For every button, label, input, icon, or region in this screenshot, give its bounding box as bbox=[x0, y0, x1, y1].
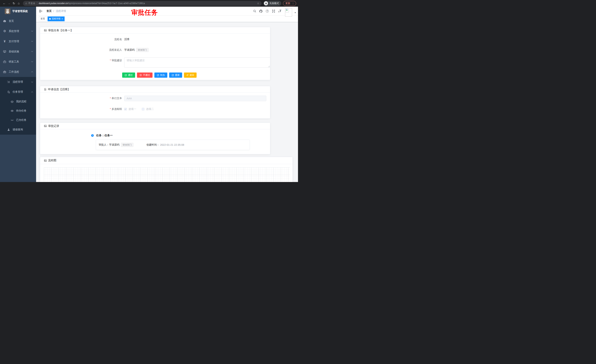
tab-close-icon[interactable]: × bbox=[61, 18, 63, 20]
browser-reload-icon[interactable]: ↻ bbox=[11, 2, 16, 5]
task-title: 任务：任务一 bbox=[96, 134, 113, 137]
fullscreen-icon[interactable] bbox=[272, 9, 276, 13]
breadcrumb: 首页 / 流程详情 bbox=[46, 9, 66, 13]
checkbox-checked-icon bbox=[124, 108, 127, 110]
bpmn-diagram-canvas[interactable] bbox=[44, 167, 290, 182]
sidebar-item-process-manage[interactable]: 流程管理 bbox=[0, 77, 36, 87]
sidebar-item-task-manage[interactable]: 任务管理 bbox=[0, 87, 36, 97]
app-title: 芋道管理系统 bbox=[12, 10, 28, 13]
url-host: dashboard.yudao.iocoder.cn bbox=[39, 2, 68, 5]
approve-task-card: 审批任务【任务一】 流程名 滔博 流程发起人 芋道源码 研发部门 审批建议 bbox=[40, 27, 270, 80]
approver-value: 芋道源码 bbox=[109, 143, 119, 146]
reject-button[interactable]: 不通过 bbox=[137, 73, 153, 78]
sidebar-item-leave-query[interactable]: 请假查询 bbox=[0, 125, 36, 135]
card-title: 流程图 bbox=[48, 159, 56, 162]
sidebar-item-infra[interactable]: 基础设施 bbox=[0, 46, 36, 57]
record-detail-box: 审批人： 芋道源码 研发部门 创建时间： 2022-01-21 22:35:08 bbox=[96, 140, 250, 150]
toolbox-icon bbox=[3, 60, 7, 63]
sidebar-logo[interactable]: 芋道管理系统 bbox=[0, 7, 36, 16]
chevron-down-icon bbox=[31, 40, 33, 42]
tags-view-bar: 首页 流程详情 × bbox=[36, 16, 298, 22]
breadcrumb-separator: / bbox=[53, 10, 54, 13]
sidebar-item-my-process[interactable]: 我的流程 bbox=[0, 97, 36, 106]
browser-back-icon[interactable]: ← bbox=[2, 2, 7, 5]
avatar-caret-down-icon[interactable]: ▾ bbox=[295, 11, 296, 14]
org-tree-icon bbox=[7, 90, 10, 94]
search-icon[interactable] bbox=[253, 9, 257, 13]
sidebar-collapse-icon[interactable] bbox=[39, 9, 42, 13]
transfer-button[interactable]: 转办 bbox=[154, 73, 167, 78]
edit-icon bbox=[171, 74, 174, 76]
suggestion-textarea[interactable] bbox=[124, 57, 270, 67]
process-name-row: 流程名 滔博 bbox=[44, 38, 266, 41]
process-diagram-card: 流程图 bbox=[40, 157, 293, 182]
checkbox-group-label: 多选框组 bbox=[44, 108, 124, 111]
font-size-icon[interactable]: TT bbox=[278, 9, 282, 13]
face-icon bbox=[10, 100, 14, 103]
annotation-text: 审批任务 bbox=[131, 8, 158, 17]
help-icon[interactable]: ? bbox=[265, 9, 269, 13]
approve-actions: 通过 不通过 转办 委派 bbox=[122, 73, 266, 78]
delegate-button[interactable]: 委派 bbox=[169, 73, 182, 78]
sidebar-item-system[interactable]: ⚙ 系统管理 bbox=[0, 26, 36, 36]
sidebar-item-label: 任务管理 bbox=[13, 90, 23, 94]
suggestion-row: 审批建议 bbox=[44, 57, 266, 68]
dashboard-icon bbox=[3, 19, 7, 23]
avatar[interactable] bbox=[285, 8, 292, 17]
browser-home-icon[interactable]: ⌂ bbox=[16, 2, 21, 5]
browser-update-button[interactable]: 更新 ⋮ bbox=[283, 1, 296, 6]
checkbox-label: 选项二 bbox=[146, 108, 154, 111]
list-tree-icon bbox=[7, 80, 10, 84]
sidebar-item-label: 工作流程 bbox=[9, 70, 19, 74]
browser-forward-icon[interactable]: → bbox=[7, 2, 11, 5]
process-name-label: 流程名 bbox=[44, 38, 124, 41]
chevron-down-icon bbox=[31, 50, 33, 52]
tab-process-detail[interactable]: 流程详情 × bbox=[48, 16, 65, 21]
return-button[interactable]: ↺ 退回 bbox=[184, 73, 197, 78]
chevron-up-icon bbox=[31, 71, 33, 73]
bookmark-star-icon[interactable]: ☆ bbox=[257, 2, 259, 5]
sidebar-item-label: 请假查询 bbox=[13, 128, 23, 131]
initiator-label: 流程发起人 bbox=[44, 48, 124, 52]
eye-open-icon bbox=[10, 109, 14, 112]
card-title: 审批任务【任务一】 bbox=[48, 29, 73, 32]
sidebar-item-label: 待办任务 bbox=[16, 109, 26, 112]
sidebar-item-done-tasks[interactable]: 已办任务 bbox=[0, 116, 36, 125]
tab-home[interactable]: 首页 bbox=[39, 16, 47, 21]
incognito-icon bbox=[264, 1, 268, 5]
monitor-icon bbox=[3, 50, 7, 53]
approve-button[interactable]: 通过 bbox=[122, 73, 135, 78]
breadcrumb-home[interactable]: 首页 bbox=[46, 9, 52, 13]
process-name-value: 滔博 bbox=[124, 38, 129, 41]
card-title: 申请信息【滔博】 bbox=[48, 88, 70, 91]
github-icon[interactable] bbox=[259, 9, 263, 13]
sidebar-item-payment[interactable]: ¥ 支付管理 bbox=[0, 36, 36, 46]
incognito-label: 无痕模式 bbox=[269, 2, 279, 5]
created-time-value: 2022-01-21 22:35:08 bbox=[160, 143, 184, 146]
sidebar-item-label: 系统管理 bbox=[9, 29, 19, 33]
initiator-value: 芋道源码 bbox=[124, 48, 134, 52]
chevron-up-icon bbox=[31, 91, 33, 93]
tab-label: 流程详情 bbox=[52, 17, 60, 20]
eye-closed-icon bbox=[10, 119, 14, 122]
browser-menu-dots-icon[interactable]: ⋮ bbox=[292, 2, 294, 5]
created-time-label: 创建时间： bbox=[146, 143, 159, 146]
application-card-header: 申请信息【滔博】 bbox=[40, 86, 270, 93]
page-content: 审批任务【任务一】 流程名 滔博 流程发起人 芋道源码 研发部门 审批建议 bbox=[36, 22, 298, 182]
address-bar[interactable]: ⚠ 不安全 dashboard.yudao.iocoder.cn/bpm/pro… bbox=[23, 1, 261, 6]
dept-tag: 研发部门 bbox=[136, 48, 149, 52]
breadcrumb-current: 流程详情 bbox=[56, 9, 66, 13]
briefcase-icon bbox=[3, 70, 7, 74]
not-secure-warning-icon: ⚠ bbox=[25, 2, 27, 5]
sidebar-item-workflow[interactable]: 工作流程 bbox=[0, 67, 36, 77]
sidebar-item-label: 首页 bbox=[9, 19, 14, 23]
approval-record-card: 审批记录 任务：任务一 审批人： 芋道源码 研发部门 创建时间： 2022-01… bbox=[40, 123, 270, 154]
checkbox-unchecked-icon bbox=[142, 108, 144, 110]
document-icon bbox=[44, 88, 47, 91]
incognito-badge: 无痕模式 bbox=[263, 1, 281, 6]
checkbox-label: 选项一 bbox=[128, 108, 136, 111]
sidebar-item-home[interactable]: 首页 bbox=[0, 16, 36, 26]
sidebar-item-devtools[interactable]: 研发工具 bbox=[0, 57, 36, 67]
sidebar-item-todo-tasks[interactable]: 待办任务 bbox=[0, 106, 36, 116]
suggestion-label: 审批建议 bbox=[44, 57, 124, 62]
